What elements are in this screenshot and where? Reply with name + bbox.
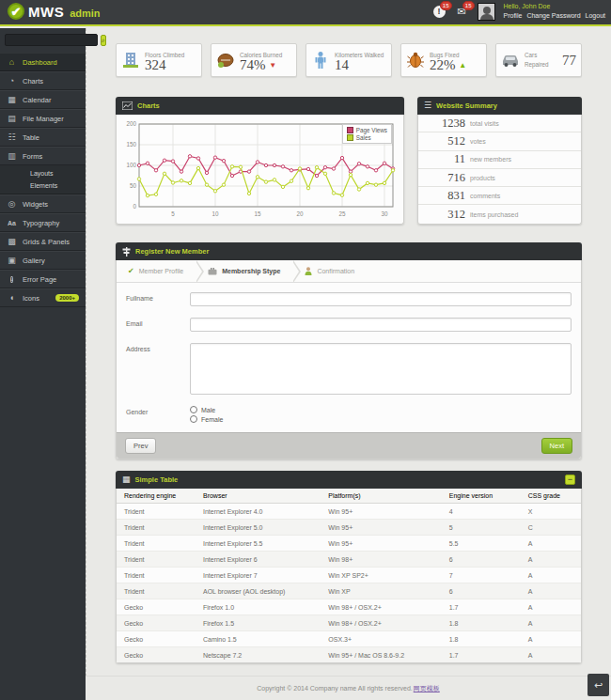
sales-swatch [347, 134, 353, 141]
table-panel-header[interactable]: ▦ Simple Table − [116, 471, 582, 489]
summary-row-votes[interactable]: 512 votes [418, 132, 581, 150]
table-icon: ☷ [7, 132, 17, 142]
table-row[interactable]: GeckoFirefox 1.0Win 98+ / OSX.2+1.7A [117, 599, 581, 615]
gender-male-radio[interactable] [190, 406, 197, 413]
summary-row-items-purchased[interactable]: 312 items purchased [418, 205, 581, 223]
calendar-icon: ▦ [7, 95, 17, 104]
table-cell: 1.8 [442, 631, 521, 647]
table-cell: Win 98+ [321, 552, 441, 568]
table-cell: Gecko [117, 647, 196, 663]
table-cell: 6 [442, 552, 521, 568]
back-to-top-button[interactable]: ↩ [588, 674, 609, 696]
sidebar-item-calendar[interactable]: ▦ Calendar [0, 90, 86, 109]
form-panel-title: Register New Member [135, 247, 209, 256]
sidebar-item-file-manager[interactable]: ▤ File Manager [0, 109, 86, 128]
logo[interactable]: ✔ MWS admin [8, 3, 101, 20]
table-row[interactable]: TridentInternet Explorer 6Win 98+6A [117, 552, 581, 568]
stat-card-floors-climbed[interactable]: Floors Climbed 324 [116, 43, 202, 77]
profile-link[interactable]: Profile [504, 11, 523, 21]
column-header[interactable]: Rendering engine [117, 489, 196, 504]
sidebar-item-dashboard[interactable]: ⌂ Dashboard [0, 53, 86, 71]
sidebar-subitem-elements[interactable]: Elements [0, 179, 86, 192]
svg-text:200: 200 [126, 120, 136, 127]
table-cell: Camino 1.5 [196, 631, 321, 647]
home-icon: ⌂ [7, 57, 17, 67]
column-header[interactable]: Engine version [442, 489, 521, 504]
gender-male-option[interactable]: Male [190, 406, 223, 413]
icons-icon: ◖ [7, 293, 17, 303]
email-field[interactable] [190, 318, 572, 332]
summary-panel-header[interactable]: ☰ Website Summary [417, 97, 582, 115]
sidebar-item-error-page[interactable]: ! Error Page [0, 270, 86, 288]
table-cell: Internet Explorer 6 [196, 552, 321, 568]
sidebar-item-icons[interactable]: ◖ Icons 2000+ [0, 288, 86, 307]
table-row[interactable]: TridentInternet Explorer 5.5Win 95+5.5A [117, 536, 581, 552]
charts-panel-header[interactable]: Charts [116, 97, 404, 115]
svg-text:15: 15 [254, 210, 261, 217]
avatar[interactable] [478, 3, 495, 21]
column-header[interactable]: Browser [196, 489, 321, 504]
table-row[interactable]: TridentAOL browser (AOL desktop)Win XP6A [117, 583, 581, 599]
user-greeting: Hello, John Doe [504, 2, 605, 11]
bug-icon [406, 51, 425, 70]
table-row[interactable]: TridentInternet Explorer 7Win XP SP2+7A [117, 568, 581, 583]
table-row[interactable]: GeckoNetscape 7.2Win 95+ / Mac OS 8.6-9.… [117, 647, 581, 663]
table-header-row: Rendering engine Browser Platform(s) Eng… [117, 489, 581, 504]
sidebar-item-grids-panels[interactable]: ▩ Grids & Panels [0, 232, 86, 251]
table-cell: A [521, 615, 581, 631]
table-row[interactable]: TridentInternet Explorer 5.0Win 95+5C [117, 520, 581, 536]
svg-text:100: 100 [126, 162, 136, 168]
table-cell: 1.7 [442, 647, 521, 663]
stat-card-bugs-fixed[interactable]: Bugs Fixed 22% ▲ [400, 43, 487, 77]
simple-table-panel: ▦ Simple Table − Rendering engine Browse… [116, 471, 582, 663]
stat-card-kilometers-walked[interactable]: Kilometers Walked 14 [306, 43, 392, 77]
simple-table: Rendering engine Browser Platform(s) Eng… [117, 489, 581, 662]
sidebar-item-table[interactable]: ☷ Table [0, 128, 86, 147]
gender-female-option[interactable]: Female [190, 415, 223, 423]
form-panel-header[interactable]: Register New Member [116, 242, 582, 260]
table-cell: Gecko [117, 615, 196, 631]
summary-row-new-members[interactable]: 11 new members [418, 151, 581, 169]
file-manager-icon: ▤ [7, 114, 17, 123]
back-arrow-icon: ↩ [594, 679, 603, 692]
sidebar-item-charts[interactable]: ◔ Charts [0, 71, 86, 90]
stat-card-cars-repaired[interactable]: Cars Repaired 77 [495, 43, 582, 77]
logo-text: MWS [28, 4, 64, 20]
template-link[interactable]: 网页模板 [414, 684, 440, 693]
column-header[interactable]: Platform(s) [321, 489, 441, 504]
fullname-field[interactable] [190, 292, 572, 306]
table-row[interactable]: GeckoFirefox 1.5Win 98+ / OSX.2+1.8A [117, 615, 581, 631]
summary-row-total-visits[interactable]: 1238 total visits [418, 115, 581, 132]
step-member-profile[interactable]: ✔ Member Profile [117, 260, 196, 282]
table-cell: 1.7 [442, 599, 521, 615]
table-row[interactable]: GeckoCamino 1.5OSX.3+1.8A [117, 631, 581, 647]
sidebar-item-gallery[interactable]: ▣ Gallery [0, 251, 86, 270]
step-membership-type[interactable]: Membership Stype [196, 260, 293, 282]
search-icon[interactable]: ⌕ [101, 35, 106, 46]
sidebar-item-widgets[interactable]: ◎ Widgets [0, 194, 86, 213]
next-button[interactable]: Next [541, 438, 572, 454]
column-header[interactable]: CSS grade [521, 489, 581, 504]
stat-card-calories-burned[interactable]: Calories Burned 74% ▼ [211, 43, 297, 77]
collapse-button[interactable]: − [565, 474, 575, 485]
logout-link[interactable]: Logout [586, 11, 605, 21]
gender-female-radio[interactable] [190, 415, 197, 423]
summary-row-products[interactable]: 716 products [418, 169, 581, 187]
sidebar-subitem-layouts[interactable]: Layouts [0, 167, 86, 179]
sidebar-item-forms[interactable]: ▥ Forms [0, 147, 86, 165]
grid-icon: ▩ [7, 237, 17, 246]
messages-button[interactable]: ✉ 15 [455, 5, 469, 19]
summary-row-comments[interactable]: 831 comments [418, 187, 581, 205]
svg-text:5: 5 [171, 210, 175, 217]
table-cell: Internet Explorer 5.5 [196, 536, 321, 552]
car-icon [501, 53, 520, 68]
svg-text:150: 150 [126, 141, 136, 148]
prev-button[interactable]: Prev [125, 438, 156, 454]
alerts-button[interactable]: ! 15 [432, 5, 446, 19]
address-field[interactable] [190, 343, 572, 395]
sidebar-item-typography[interactable]: Aa Typography [0, 213, 86, 232]
table-row[interactable]: TridentInternet Explorer 4.0Win 95+4X [117, 504, 581, 520]
change-password-link[interactable]: Change Password [526, 11, 580, 21]
search-input[interactable] [5, 34, 98, 46]
step-confirmation[interactable]: Confirmation [293, 260, 368, 282]
